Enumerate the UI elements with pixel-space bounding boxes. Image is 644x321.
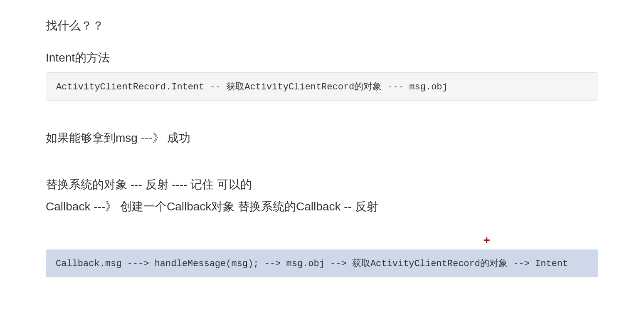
page-content: 找什么？？ Intent的方法 ActivityClientRecord.Int… <box>46 17 598 277</box>
plus-icon: + <box>483 235 490 247</box>
spacer-3 <box>46 230 598 244</box>
section-2: Intent的方法 ActivityClientRecord.Intent --… <box>46 49 598 101</box>
spacer-2 <box>46 160 598 175</box>
section-3: 如果能够拿到msg ---》 成功 <box>46 129 598 148</box>
line-1: 找什么？？ <box>46 17 598 35</box>
flow-block: + Callback.msg ---> handleMessage(msg); … <box>46 249 598 277</box>
line-5: Callback ---》 创建一个Callback对象 替换系统的Callba… <box>46 198 598 216</box>
line-3: 如果能够拿到msg ---》 成功 <box>46 129 598 148</box>
spacer-1 <box>46 114 598 129</box>
line-4: 替换系统的对象 --- 反射 ---- 记住 可以的 <box>46 175 598 194</box>
section-1: 找什么？？ <box>46 17 598 35</box>
code-block-1: ActivityClientRecord.Intent -- 获取Activit… <box>46 72 598 101</box>
section-4: 替换系统的对象 --- 反射 ---- 记住 可以的 Callback ---》… <box>46 175 598 216</box>
line-2: Intent的方法 <box>46 49 598 67</box>
code-block-2: Callback.msg ---> handleMessage(msg); --… <box>56 259 568 269</box>
